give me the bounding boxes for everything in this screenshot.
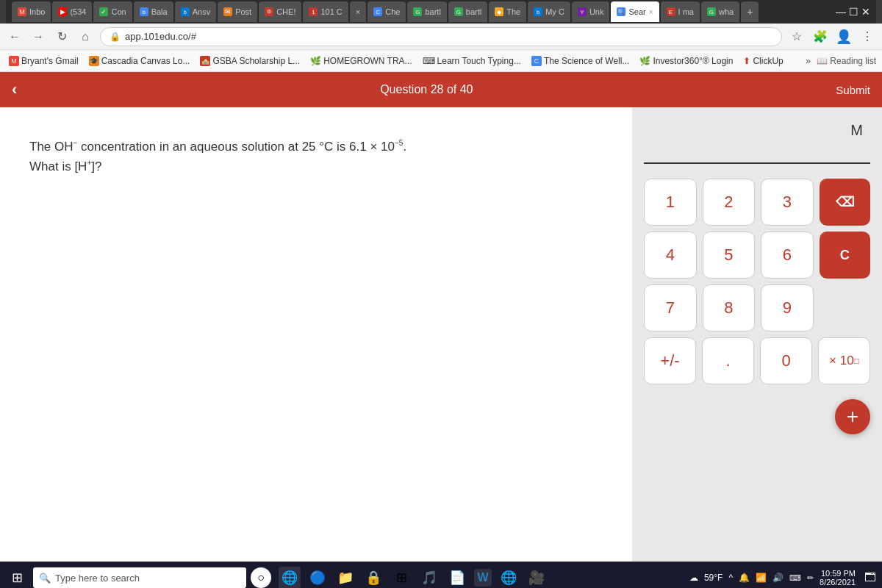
tab-post[interactable]: ✉ Post xyxy=(218,1,257,22)
calc-btn-9[interactable]: 9 xyxy=(761,284,814,331)
taskbar-clock[interactable]: 10:59 PM 8/26/2021 xyxy=(820,569,856,587)
calc-row-4: +/- . 0 × 10□ xyxy=(644,337,870,384)
question-panel: The OH− concentration in an aqueous solu… xyxy=(0,107,632,562)
calc-row-1: 1 2 3 ⌫ xyxy=(644,179,870,226)
taskbar-icon-word[interactable]: W xyxy=(474,569,492,587)
calc-btn-5[interactable]: 5 xyxy=(703,232,756,279)
menu-btn[interactable]: ⋮ xyxy=(858,28,876,46)
back-button[interactable]: ← xyxy=(6,28,24,46)
quiz-body: The OH− concentration in an aqueous solu… xyxy=(0,107,882,562)
taskbar-notification-bell[interactable]: 🗔 xyxy=(864,571,876,584)
taskbar-icon-folder[interactable]: 📁 xyxy=(334,567,356,588)
calc-btn-2[interactable]: 2 xyxy=(703,179,756,226)
refresh-button[interactable]: ↻ xyxy=(53,28,71,46)
calc-btn-3[interactable]: 3 xyxy=(761,179,814,226)
address-input[interactable]: 🔒 app.101edu.co/# xyxy=(100,27,782,46)
calc-btn-4[interactable]: 4 xyxy=(644,232,697,279)
taskbar-network: 📶 xyxy=(756,573,767,583)
taskbar-notification: 🔔 xyxy=(739,573,750,583)
tab-con[interactable]: ✓ Con xyxy=(93,1,132,22)
taskbar-icon-edge[interactable]: 🌐 xyxy=(279,567,301,588)
tab-ansv[interactable]: b Ansv xyxy=(175,1,216,22)
bookmark-gsba-label: GSBA Scholarship L... xyxy=(212,56,300,66)
superscript-minus: − xyxy=(74,139,78,147)
taskbar-icon-chrome[interactable]: 🌐 xyxy=(498,567,520,588)
calc-backspace-button[interactable]: ⌫ xyxy=(820,179,871,226)
app-wrapper: ‹ Question 28 of 40 Submit The OH− conce… xyxy=(0,72,882,562)
maximize-btn[interactable]: ☐ xyxy=(849,6,858,18)
taskbar-icon-office[interactable]: 📄 xyxy=(446,567,468,588)
tab-new[interactable]: + xyxy=(741,1,759,22)
bookmark-typing-label: Learn Touch Typing... xyxy=(437,56,521,66)
taskbar-app-icons: 🌐 🔵 📁 🔒 ⊞ 🎵 📄 W 🌐 🎥 xyxy=(279,567,548,588)
taskbar: ⊞ 🔍 Type here to search ○ 🌐 🔵 📁 🔒 ⊞ 🎵 📄 … xyxy=(0,562,882,588)
bookmark-gsba[interactable]: 🏫 GSBA Scholarship L... xyxy=(197,54,303,68)
superscript-neg5: −5 xyxy=(395,139,403,147)
tab-101c[interactable]: 1 101 C xyxy=(303,1,348,22)
taskbar-icon-store[interactable]: ⊞ xyxy=(390,567,412,588)
tab-unk[interactable]: Y Unk xyxy=(572,1,610,22)
taskbar-time: 10:59 PM xyxy=(821,569,856,578)
tab-inbox[interactable]: M Inbo xyxy=(12,1,51,22)
tab-bartl2[interactable]: G bartl xyxy=(448,1,487,22)
calc-btn-decimal[interactable]: . xyxy=(702,337,754,384)
submit-button[interactable]: Submit xyxy=(836,84,870,96)
calc-btn-6[interactable]: 6 xyxy=(761,232,814,279)
quiz-title: Question 28 of 40 xyxy=(380,83,473,96)
tab-sear[interactable]: 🔍 Sear × xyxy=(611,1,659,22)
tab-x[interactable]: × xyxy=(350,1,366,22)
bookmark-gmail-label: Bryant's Gmail xyxy=(21,56,79,66)
address-text: app.101edu.co/# xyxy=(125,31,196,42)
forward-button[interactable]: → xyxy=(29,28,47,46)
calc-btn-7[interactable]: 7 xyxy=(644,284,697,331)
tab-ima[interactable]: E I ma xyxy=(661,1,700,22)
bookmark-science[interactable]: C The Science of Well... xyxy=(528,54,633,68)
reading-list-label[interactable]: 📖 Reading list xyxy=(817,56,876,66)
taskbar-temp: 59°F xyxy=(704,573,723,583)
back-quiz-button[interactable]: ‹ xyxy=(12,80,17,99)
taskbar-search-box[interactable]: 🔍 Type here to search xyxy=(33,567,246,588)
taskbar-icon-lock[interactable]: 🔒 xyxy=(362,567,384,588)
bookmark-investor[interactable]: 🌿 Investor360°® Login xyxy=(637,54,736,68)
fab-button[interactable]: + xyxy=(835,399,870,434)
question-text: The OH− concentration in an aqueous solu… xyxy=(29,137,603,176)
bookmark-clickup[interactable]: ⬆ ClickUp xyxy=(740,54,786,68)
tab-bar: M Inbo ▶ (534 ✓ Con b Bala b Ansv ✉ Post… xyxy=(6,0,876,24)
profile-btn[interactable]: 👤 xyxy=(835,28,853,46)
taskbar-pencil-icon: ✏ xyxy=(807,573,814,583)
taskbar-icon-camera[interactable]: 🎥 xyxy=(526,567,548,588)
calc-btn-x10[interactable]: × 10□ xyxy=(818,337,870,384)
tab-myc[interactable]: b My C xyxy=(528,1,570,22)
bookmark-gmail[interactable]: M Bryant's Gmail xyxy=(6,54,82,68)
taskbar-keyboard-icon: ⌨ xyxy=(789,573,801,583)
bookmark-homegrown[interactable]: 🌿 HOMEGROWN TRA... xyxy=(307,54,415,68)
tab-534[interactable]: ▶ (534 xyxy=(52,1,92,22)
minimize-btn[interactable]: — xyxy=(836,6,846,18)
calc-display-wrapper: M xyxy=(644,122,870,164)
bookmark-typing[interactable]: ⌨ Learn Touch Typing... xyxy=(420,54,524,68)
calc-display xyxy=(644,139,870,159)
extensions-btn[interactable]: 🧩 xyxy=(811,28,829,46)
calc-btn-0[interactable]: 0 xyxy=(760,337,812,384)
tab-chec[interactable]: C Che xyxy=(368,1,406,22)
taskbar-icon-edge2[interactable]: 🔵 xyxy=(306,567,329,588)
taskbar-weather: ☁ xyxy=(689,573,698,583)
cortana-button[interactable]: ○ xyxy=(251,567,271,588)
bookmark-star[interactable]: ☆ xyxy=(788,28,806,46)
bookmark-investor-label: Investor360°® Login xyxy=(653,56,733,66)
bookmark-canvas[interactable]: 🎓 Cascadia Canvas Lo... xyxy=(86,54,193,68)
calc-btn-8[interactable]: 8 xyxy=(703,284,756,331)
tab-bartl1[interactable]: G bartl xyxy=(407,1,446,22)
tab-the[interactable]: ◆ The xyxy=(489,1,526,22)
close-btn[interactable]: ✕ xyxy=(861,6,870,18)
tab-bala[interactable]: b Bala xyxy=(134,1,173,22)
calc-btn-plusminus[interactable]: +/- xyxy=(644,337,696,384)
calc-btn-1[interactable]: 1 xyxy=(644,179,697,226)
taskbar-icon-spotify[interactable]: 🎵 xyxy=(418,567,440,588)
taskbar-up-arrow: ^ xyxy=(728,573,733,583)
start-button[interactable]: ⊞ xyxy=(6,567,29,588)
home-button[interactable]: ⌂ xyxy=(76,28,94,46)
calc-clear-button[interactable]: C xyxy=(820,232,871,279)
tab-che[interactable]: ⚙ CHE! xyxy=(259,1,301,22)
tab-wha[interactable]: G wha xyxy=(701,1,739,22)
